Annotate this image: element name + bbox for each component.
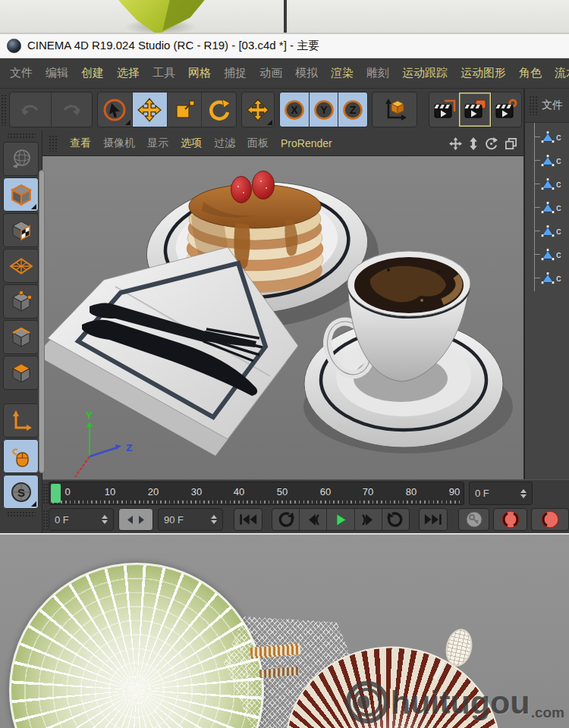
tick-label: 30 xyxy=(191,486,202,497)
title-bar[interactable]: CINEMA 4D R19.024 Studio (RC - R19) - [0… xyxy=(0,34,569,58)
transport-grip[interactable] xyxy=(42,510,48,530)
object-item[interactable]: c xyxy=(525,266,569,290)
live-selection-button[interactable] xyxy=(98,93,132,127)
snap-button[interactable]: S xyxy=(3,475,39,509)
convert-object-button[interactable] xyxy=(3,142,39,176)
viewport-menubar-grip[interactable] xyxy=(49,135,58,152)
next-key-button[interactable] xyxy=(382,509,409,530)
menu-item-character[interactable]: 角色 xyxy=(519,66,542,80)
palette-scrollbar[interactable] xyxy=(39,170,45,473)
toolbar-grip[interactable] xyxy=(1,94,8,126)
menu-item-select[interactable]: 选择 xyxy=(117,66,140,80)
mouse-icon xyxy=(10,445,33,468)
goto-start-button[interactable] xyxy=(234,508,262,531)
autokey-button[interactable] xyxy=(531,508,569,531)
vp-menu-panel[interactable]: 面板 xyxy=(247,136,269,150)
record-keyframe-button[interactable] xyxy=(493,508,527,531)
transport-row: 0 F 90 F xyxy=(42,507,569,533)
toggle-view-icon[interactable] xyxy=(505,137,517,150)
scale-button[interactable] xyxy=(167,93,202,127)
zoom-view-icon[interactable] xyxy=(469,137,478,150)
object-item[interactable]: c xyxy=(525,172,569,196)
axis-lock-group: X Y Z xyxy=(279,92,368,127)
frame-spinner-arrows[interactable] xyxy=(520,489,527,498)
menu-item-edit[interactable]: 编辑 xyxy=(46,66,68,80)
rotate-view-icon[interactable] xyxy=(485,137,498,150)
svg-text:Z: Z xyxy=(126,443,133,453)
goto-end-button[interactable] xyxy=(419,508,448,531)
edges-mode-button[interactable] xyxy=(3,320,39,354)
polygon-object-icon xyxy=(541,154,555,168)
end-frame-spinner[interactable] xyxy=(211,515,217,524)
polygon-object-icon xyxy=(541,177,555,191)
viewport-solo-button[interactable] xyxy=(3,439,39,473)
menu-item-file[interactable]: 文件 xyxy=(10,66,33,80)
menu-item-mesh[interactable]: 网格 xyxy=(188,66,211,80)
object-item[interactable]: c xyxy=(525,196,569,219)
viewport-scene[interactable]: Y Z X xyxy=(42,156,523,479)
enable-axis-button[interactable] xyxy=(3,403,39,438)
menu-item-motion-tracker[interactable]: 运动跟踪 xyxy=(402,66,448,80)
end-frame-field[interactable]: 90 F xyxy=(158,508,223,531)
menu-item-create[interactable]: 创建 xyxy=(81,66,104,80)
move-button[interactable] xyxy=(132,93,167,127)
axis-z-lock-button[interactable]: Z xyxy=(338,93,367,127)
model-mode-button[interactable] xyxy=(3,177,39,212)
menu-item-sculpt[interactable]: 雕刻 xyxy=(366,66,389,80)
start-frame-field[interactable]: 0 F xyxy=(49,508,114,531)
tick-label: 60 xyxy=(320,486,331,497)
polygons-mode-button[interactable] xyxy=(3,356,39,390)
viewport[interactable]: Y Z X xyxy=(42,156,523,479)
timeline-grip[interactable] xyxy=(42,483,48,504)
menu-item-animate[interactable]: 动画 xyxy=(259,66,282,80)
render-view-button[interactable] xyxy=(429,93,459,127)
play-icon xyxy=(335,513,347,526)
rotate-button[interactable] xyxy=(201,93,236,127)
menu-item-snap[interactable]: 捕捉 xyxy=(224,66,247,80)
points-mode-icon xyxy=(10,290,33,313)
vp-menu-filter[interactable]: 过滤 xyxy=(214,136,235,150)
nudge-left-icon xyxy=(127,516,134,524)
object-item[interactable]: c xyxy=(525,125,569,149)
vp-menu-view[interactable]: 查看 xyxy=(70,136,91,150)
edit-render-settings-button[interactable] xyxy=(491,93,521,127)
menu-item-pipeline[interactable]: 流水 xyxy=(555,66,569,80)
object-item[interactable]: c xyxy=(525,149,569,172)
texture-mode-button[interactable] xyxy=(3,213,39,247)
object-item[interactable]: c xyxy=(525,219,569,243)
menu-item-simulate[interactable]: 模拟 xyxy=(295,66,318,80)
vp-menu-display[interactable]: 显示 xyxy=(147,136,168,150)
vp-menu-cameras[interactable]: 摄像机 xyxy=(103,136,135,150)
play-button[interactable] xyxy=(326,509,354,530)
axis-y-lock-button[interactable]: Y xyxy=(309,93,338,127)
sidebar-grip[interactable] xyxy=(7,133,36,139)
axis-x-lock-button[interactable]: X xyxy=(280,93,309,127)
render-picture-viewer-button[interactable] xyxy=(459,93,490,127)
move-tool-button[interactable] xyxy=(241,92,275,127)
next-frame-button[interactable] xyxy=(354,509,382,530)
menu-item-tools[interactable]: 工具 xyxy=(152,66,175,80)
range-nudge-button[interactable] xyxy=(118,508,153,531)
current-frame-field[interactable]: 0 F xyxy=(469,482,533,505)
redo-button[interactable] xyxy=(51,93,93,127)
start-frame-spinner[interactable] xyxy=(102,515,108,524)
previous-frame-button[interactable] xyxy=(299,509,326,530)
previous-key-button[interactable] xyxy=(272,509,299,530)
menu-item-mograph[interactable]: 运动图形 xyxy=(461,66,506,80)
menu-item-render[interactable]: 渲染 xyxy=(331,66,354,80)
object-item[interactable]: c xyxy=(525,243,569,266)
object-manager-grip[interactable] xyxy=(529,96,537,115)
coordinate-system-button[interactable] xyxy=(372,92,417,127)
snap-icon: S xyxy=(10,481,33,504)
workplane-mode-button[interactable] xyxy=(3,249,39,283)
timeline-ruler[interactable]: 0 10 20 30 40 50 60 70 80 90 xyxy=(49,482,464,505)
pan-view-icon[interactable] xyxy=(449,137,462,150)
keyframe-selection-button[interactable] xyxy=(458,508,489,531)
svg-text:Z: Z xyxy=(350,104,357,116)
sidebar-grip-bottom[interactable] xyxy=(7,511,36,517)
object-manager-file-menu[interactable]: 文件 xyxy=(542,99,563,112)
undo-button[interactable] xyxy=(10,93,51,127)
points-mode-button[interactable] xyxy=(3,284,39,318)
vp-menu-prorender[interactable]: ProRender xyxy=(281,137,332,149)
vp-menu-options[interactable]: 选项 xyxy=(181,136,202,150)
